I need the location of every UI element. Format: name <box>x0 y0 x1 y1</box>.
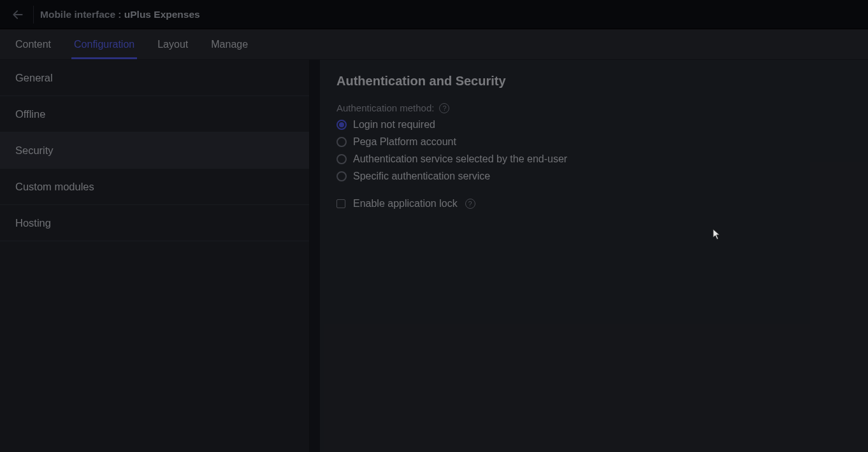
radio-icon <box>336 154 347 164</box>
enable-app-lock-row: Enable application lock ? <box>336 198 851 209</box>
auth-method-label-row: Authentication method: ? <box>336 102 851 113</box>
sidebar-item-label: General <box>15 72 53 84</box>
auth-method-label: Authentication method: <box>336 102 434 113</box>
auth-method-radio-group: Login not required Pega Platform account… <box>336 117 851 184</box>
sidebar: General Offline Security Custom modules … <box>0 60 310 452</box>
radio-specific-auth-service[interactable]: Specific authentication service <box>336 169 851 184</box>
tab-manage[interactable]: Manage <box>199 29 259 59</box>
sidebar-item-label: Hosting <box>15 217 51 229</box>
sidebar-item-label: Security <box>15 145 54 157</box>
radio-label: Specific authentication service <box>353 171 490 182</box>
tab-configuration[interactable]: Configuration <box>62 29 146 59</box>
radio-pega-platform-account[interactable]: Pega Platform account <box>336 134 851 150</box>
page-title: Mobile interface : uPlus Expenses <box>40 9 200 20</box>
help-icon[interactable]: ? <box>439 103 449 113</box>
sidebar-gap <box>310 60 320 452</box>
enable-app-lock-label: Enable application lock <box>353 198 458 209</box>
sidebar-item-label: Offline <box>15 108 45 120</box>
tab-label: Layout <box>157 39 188 50</box>
panel-title: Authentication and Security <box>336 74 851 88</box>
title-divider <box>33 6 34 24</box>
tab-label: Manage <box>211 39 248 50</box>
enable-app-lock-checkbox[interactable] <box>336 199 345 208</box>
arrow-left-icon <box>11 8 24 21</box>
sidebar-item-custom-modules[interactable]: Custom modules <box>0 169 309 205</box>
sidebar-item-security[interactable]: Security <box>0 132 309 169</box>
sidebar-item-hosting[interactable]: Hosting <box>0 205 309 241</box>
radio-label: Pega Platform account <box>353 136 456 148</box>
tab-layout[interactable]: Layout <box>146 29 199 59</box>
body-split: General Offline Security Custom modules … <box>0 60 868 452</box>
radio-icon <box>336 137 347 147</box>
sidebar-item-offline[interactable]: Offline <box>0 96 309 132</box>
tab-content[interactable]: Content <box>4 29 62 59</box>
sidebar-item-label: Custom modules <box>15 181 94 193</box>
radio-label: Authentication service selected by the e… <box>353 153 567 165</box>
tab-label: Configuration <box>74 39 134 50</box>
radio-auth-service-end-user[interactable]: Authentication service selected by the e… <box>336 152 851 167</box>
back-button[interactable] <box>6 3 29 26</box>
radio-label: Login not required <box>353 119 435 131</box>
title-prefix: Mobile interface : <box>40 9 121 20</box>
title-app-name: uPlus Expenses <box>124 9 200 20</box>
help-icon[interactable]: ? <box>465 199 475 209</box>
radio-icon <box>336 171 347 181</box>
tabs-bar: Content Configuration Layout Manage <box>0 29 868 60</box>
tab-label: Content <box>15 39 51 50</box>
title-bar: Mobile interface : uPlus Expenses <box>0 0 868 29</box>
radio-icon <box>336 120 347 130</box>
content-panel: Authentication and Security Authenticati… <box>320 60 868 452</box>
sidebar-item-general[interactable]: General <box>0 60 309 96</box>
radio-login-not-required[interactable]: Login not required <box>336 117 851 132</box>
